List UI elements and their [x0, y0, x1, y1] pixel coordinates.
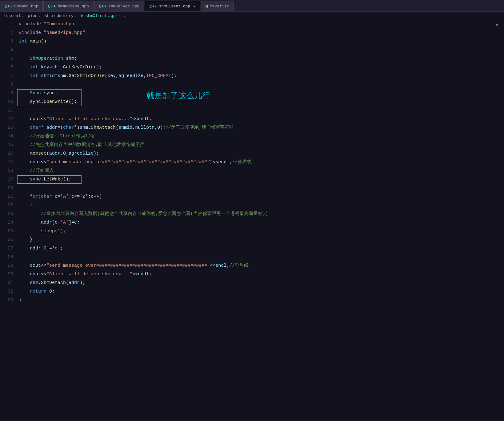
token-text: ( — [38, 192, 41, 201]
tab-icon-common-hpp: C++ — [5, 4, 12, 9]
token-text — [19, 227, 41, 236]
token-text: ,0); — [154, 123, 166, 132]
token-var: agreeSize — [69, 149, 94, 158]
tab-close-shmclient-cpp[interactable]: ✕ — [193, 4, 195, 9]
code-line-26: } — [19, 236, 504, 244]
code-line-29: cout<<"send message over################… — [19, 261, 504, 270]
token-text — [19, 72, 30, 80]
token-var: addr — [30, 244, 41, 253]
tab-common-hpp[interactable]: C++Common.hpp — [0, 1, 43, 11]
token-var: shm — [80, 123, 88, 132]
token-fn: ShmAttach — [91, 123, 116, 132]
token-text — [19, 175, 30, 184]
token-var: cout — [30, 158, 41, 167]
token-kw: char — [41, 192, 52, 201]
token-var: shm — [52, 63, 60, 72]
token-str: "Client will attach shm now..." — [46, 115, 132, 123]
token-comment-cn: //分界线 — [232, 158, 251, 167]
token-text: { — [19, 46, 22, 55]
token-text: . — [66, 72, 69, 80]
tab-label-shmserver-cpp: shmServer.cpp — [108, 4, 139, 9]
token-var: endl — [218, 158, 229, 167]
token-var: agreeSize — [118, 72, 143, 80]
line-number-13: 13 — [0, 123, 13, 132]
token-text: << — [41, 158, 46, 167]
tab-shmserver-cpp[interactable]: C++shmServer.cpp — [94, 1, 144, 11]
token-type: Sync — [30, 89, 41, 98]
line-number-23: 23 — [0, 210, 13, 218]
token-var: shmid — [41, 72, 55, 80]
line-number-21: 21 — [0, 192, 13, 201]
token-text: << — [210, 261, 215, 270]
code-line-17: cout<<"send message begin###############… — [19, 158, 504, 167]
token-var: addr — [49, 149, 60, 158]
line-number-14: 14 — [0, 132, 13, 141]
line-number-26: 26 — [0, 236, 13, 244]
token-text: = — [49, 63, 52, 72]
breadcrumb: lesson1› pipe› sharedmemory› ⊕ shmClient… — [0, 12, 504, 20]
token-text: (); — [69, 98, 77, 106]
token-text — [38, 72, 41, 80]
tab-icon-shmserver-cpp: C++ — [99, 4, 106, 9]
token-var: cout — [30, 261, 41, 270]
token-comment: //为了方便演示,我们就写字符啦 — [166, 123, 234, 132]
tab-shmclient-cpp[interactable]: C++shmClient.cpp✕ — [145, 1, 200, 11]
token-text — [19, 123, 30, 132]
token-var: sync — [30, 175, 41, 184]
token-text: ++) — [94, 192, 102, 201]
token-kw: char — [30, 123, 41, 132]
token-text — [19, 149, 30, 158]
token-text: ); — [94, 149, 99, 158]
token-text: ; — [229, 158, 232, 167]
line-number-25: 25 — [0, 227, 13, 236]
token-text: ; — [74, 55, 77, 63]
token-text — [19, 279, 30, 287]
token-var: nullptr — [135, 123, 154, 132]
token-text: * — [41, 123, 46, 132]
token-text: ; — [77, 218, 80, 227]
tab-namedpipe-hpp[interactable]: C++NamedPipe.hpp — [43, 1, 94, 11]
token-text — [27, 37, 30, 46]
token-text: . — [60, 63, 63, 72]
token-text — [19, 210, 41, 218]
token-text — [38, 63, 41, 72]
token-text: (1); — [55, 227, 66, 236]
token-text — [41, 89, 44, 98]
token-fn: OpenWrite — [44, 98, 69, 106]
tab-label-common-hpp: Common.hpp — [14, 4, 38, 9]
token-comment-cn: //分界线 — [229, 261, 249, 270]
token-text: } — [19, 236, 33, 244]
token-text: } — [19, 296, 22, 305]
code-line-8 — [19, 80, 504, 89]
token-text: . — [41, 98, 44, 106]
token-var: shm — [58, 72, 66, 80]
token-var: endl — [138, 270, 149, 279]
token-kw: for — [30, 192, 38, 201]
line-number-8: 8 — [0, 80, 13, 89]
code-line-2: #include "NamedPipe.hpp" — [19, 29, 504, 37]
code-line-25: sleep(1); — [19, 227, 504, 236]
token-kw: int — [30, 63, 38, 72]
code-line-9: Sync sync; — [19, 89, 504, 98]
token-var: key — [41, 63, 49, 72]
line-number-3: 3 — [0, 37, 13, 46]
token-text: ( — [105, 72, 107, 80]
line-number-27: 27 — [0, 244, 13, 253]
token-text: ']= — [66, 218, 74, 227]
token-text: ( — [66, 279, 69, 287]
token-var: addr — [41, 218, 52, 227]
line-number-22: 22 — [0, 201, 13, 210]
token-preproc: #include — [19, 20, 41, 29]
tab-makefile[interactable]: Mmakefile — [201, 1, 234, 11]
line-number-20: 20 — [0, 184, 13, 192]
code-line-28 — [19, 253, 504, 261]
token-str: "send message begin#####################… — [46, 158, 213, 167]
token-text: . — [41, 175, 44, 184]
token-str: "Client will detach shm now..." — [46, 270, 132, 279]
code-area: 1234567891011121314151617181920212223242… — [0, 20, 504, 420]
token-fn: GetShmidOrDie — [69, 72, 105, 80]
line-number-19: 19 — [0, 175, 13, 184]
code-line-19: sync.LetWake(); — [19, 175, 504, 184]
token-text: , — [132, 123, 135, 132]
token-text: <=' — [74, 192, 82, 201]
